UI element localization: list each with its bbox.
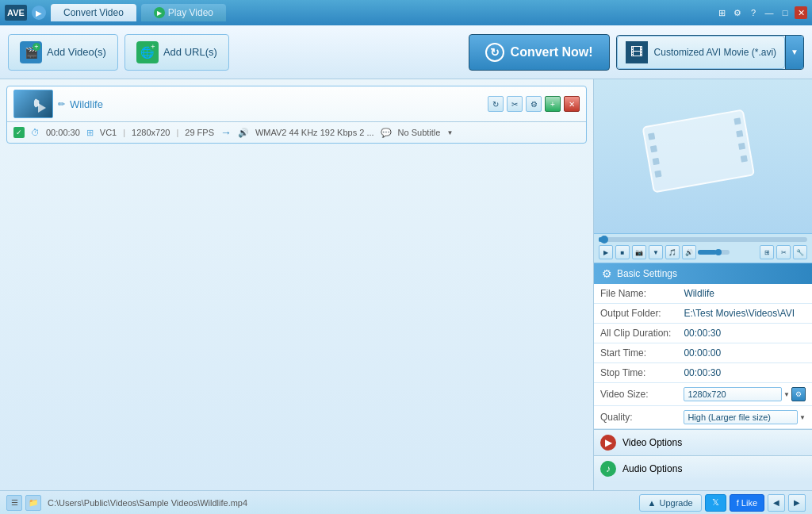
- help-icon[interactable]: ?: [747, 6, 760, 19]
- settings-button[interactable]: ⚙: [526, 96, 542, 112]
- output-folder-value: E:\Test Movies\Videos\AVI: [677, 304, 812, 324]
- progress-track[interactable]: [599, 237, 807, 242]
- folder-icon[interactable]: 📁: [25, 495, 41, 511]
- list-icon[interactable]: ☰: [6, 495, 22, 511]
- quality-dropdown-arrow[interactable]: ▼: [799, 414, 806, 421]
- info-sep2: |: [176, 128, 178, 137]
- setting-output-row: Output Folder: E:\Test Movies\Videos\AVI: [594, 304, 812, 324]
- statusbar-icons: ☰ 📁: [6, 495, 41, 511]
- tab-convert[interactable]: Convert Video: [51, 4, 136, 21]
- format-icon: 🎞: [626, 41, 648, 63]
- add-url-label: Add URL(s): [163, 46, 217, 58]
- maximize-button[interactable]: □: [779, 6, 791, 19]
- statusbar-path: C:\Users\Public\Videos\Sample Videos\Wil…: [48, 498, 633, 508]
- play-button[interactable]: ▶: [599, 245, 613, 259]
- video-item-header: ✏ Wildlife ↻ ✂ ⚙ + ✕: [7, 86, 586, 122]
- video-resolution: 1280x720: [132, 128, 170, 137]
- video-size-dropdown-arrow[interactable]: ▼: [783, 391, 790, 398]
- format-label: Customized AVI Movie (*.avi): [654, 47, 777, 58]
- add-url-button[interactable]: 🌐 + Add URL(s): [124, 34, 229, 71]
- setting-duration-row: All Clip Duration: 00:00:30: [594, 324, 812, 343]
- enabled-checkbox[interactable]: ✓: [13, 127, 25, 138]
- nav-next-button[interactable]: ▶: [788, 494, 806, 512]
- tab-play-label: Play Video: [168, 7, 213, 18]
- edit-icon[interactable]: ✏: [58, 99, 65, 109]
- upgrade-label: Upgrade: [660, 498, 693, 508]
- screenshot-button[interactable]: 📷: [632, 245, 646, 259]
- add-button[interactable]: +: [545, 96, 561, 112]
- video-codec: VC1: [100, 128, 117, 137]
- cut-button[interactable]: ✂: [507, 96, 523, 112]
- info-sep1: |: [123, 128, 125, 137]
- settings-table: File Name: Wildlife Output Folder: E:\Te…: [594, 284, 812, 429]
- facebook-button[interactable]: f Like: [730, 494, 764, 512]
- snapshot-button[interactable]: ⊞: [760, 245, 774, 259]
- audio-options-row[interactable]: ♪ Audio Options: [594, 455, 812, 481]
- minimize-button[interactable]: —: [763, 6, 776, 19]
- video-options-icon: ▶: [600, 435, 616, 451]
- right-panel: ▶ ■ 📷 ▼ 🎵 🔊 ⊞ ✂ 🔧: [594, 79, 812, 490]
- video-size-gear-button[interactable]: ⚙: [791, 387, 806, 401]
- close-button[interactable]: ✕: [795, 6, 807, 19]
- quality-value[interactable]: High (Larger file size): [684, 410, 798, 424]
- file-name-label: File Name:: [594, 284, 677, 304]
- video-size-value[interactable]: 1280x720: [684, 387, 782, 401]
- volume-thumb[interactable]: [715, 249, 722, 255]
- setting-filename-row: File Name: Wildlife: [594, 284, 812, 304]
- file-name-value: Wildlife: [677, 284, 812, 304]
- add-videos-button[interactable]: 🎬 + Add Video(s): [8, 34, 118, 71]
- twitter-button[interactable]: 𝕏: [705, 494, 726, 512]
- video-audio: WMAV2 44 KHz 192 Kbps 2 ...: [255, 128, 374, 137]
- effects-button[interactable]: 🔧: [793, 245, 807, 259]
- stop-button[interactable]: ■: [615, 245, 630, 259]
- playback-controls: ▶ ■ 📷 ▼ 🎵 🔊 ⊞ ✂ 🔧: [599, 245, 807, 259]
- tab-play[interactable]: ▶ Play Video: [141, 4, 226, 21]
- start-time-value: 00:00:00: [677, 343, 812, 363]
- convert-now-button[interactable]: ↻ Convert Now!: [469, 34, 610, 71]
- resolution-icon: ⊞: [86, 128, 94, 138]
- video-size-cell: 1280x720 ▼ ⚙: [677, 383, 812, 406]
- playback-bar: ▶ ■ 📷 ▼ 🎵 🔊 ⊞ ✂ 🔧: [594, 234, 812, 263]
- format-dropdown-button[interactable]: ▼: [785, 36, 803, 69]
- video-options-label: Video Options: [622, 437, 682, 448]
- url-plus-icon: +: [149, 43, 157, 51]
- video-subtitle[interactable]: No Subtitle: [398, 128, 441, 137]
- convert-now-label: Convert Now!: [511, 45, 593, 59]
- progress-thumb[interactable]: [600, 236, 608, 244]
- upgrade-button[interactable]: ▲ Upgrade: [639, 494, 702, 512]
- refresh-button[interactable]: ↻: [488, 96, 504, 112]
- app-logo: AVE: [5, 5, 27, 21]
- nav-prev-button[interactable]: ◀: [768, 494, 785, 512]
- convert-icon: ↻: [485, 43, 504, 62]
- left-panel: ✏ Wildlife ↻ ✂ ⚙ + ✕ ✓ ⏱ 00:00:30 ⊞ VC1 …: [0, 79, 594, 490]
- toolbar: 🎬 + Add Video(s) 🌐 + Add URL(s) ↻ Conver…: [0, 25, 812, 79]
- all-clip-duration-label: All Clip Duration:: [594, 324, 677, 343]
- remove-button[interactable]: ✕: [564, 96, 580, 112]
- video-item-info: ✓ ⏱ 00:00:30 ⊞ VC1 | 1280x720 | 29 FPS →…: [7, 122, 586, 143]
- titlebar: AVE ▶ Convert Video ▶ Play Video ⊞ ⚙ ? —…: [0, 0, 812, 25]
- video-options-row[interactable]: ▶ Video Options: [594, 429, 812, 455]
- start-time-label: Start Time:: [594, 343, 677, 363]
- audio-options-label: Audio Options: [622, 463, 682, 474]
- monitor-icon[interactable]: ⊞: [715, 6, 728, 19]
- quality-select[interactable]: High (Larger file size) ▼: [684, 410, 806, 424]
- arrow-icon: →: [220, 126, 232, 139]
- settings-icon[interactable]: ⚙: [731, 6, 744, 19]
- settings-header-label: Basic Settings: [617, 268, 677, 279]
- audio-icon: 🔊: [238, 128, 249, 138]
- preview-area: [594, 79, 812, 234]
- scissors-button[interactable]: ✂: [776, 245, 791, 259]
- format-selector[interactable]: 🎞 Customized AVI Movie (*.avi): [617, 36, 786, 69]
- audio-track-button[interactable]: 🎵: [665, 245, 680, 259]
- video-size-select[interactable]: 1280x720 ▼ ⚙: [684, 387, 806, 401]
- subtitle-dropdown[interactable]: ▼: [446, 129, 453, 136]
- video-title: Wildlife: [70, 98, 483, 110]
- volume-icon[interactable]: 🔊: [682, 245, 696, 259]
- play-icon: ▶: [154, 7, 165, 18]
- statusbar-actions: ▲ Upgrade 𝕏 f Like ◀ ▶: [639, 494, 806, 512]
- menu-button[interactable]: ▼: [649, 245, 663, 259]
- video-size-label: Video Size:: [594, 383, 677, 406]
- add-videos-label: Add Video(s): [47, 46, 106, 58]
- volume-track[interactable]: [698, 250, 730, 255]
- video-item-actions: ↻ ✂ ⚙ + ✕: [488, 96, 580, 112]
